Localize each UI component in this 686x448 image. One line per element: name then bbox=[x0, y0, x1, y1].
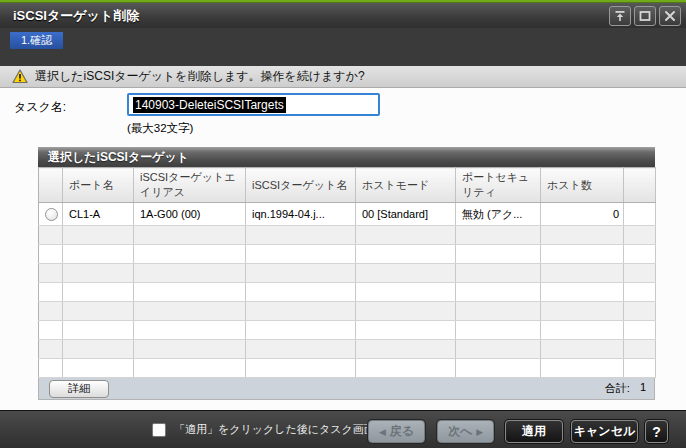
table-row: CL1-A 1A-G00 (00) iqn.1994-04.j... 00 [S… bbox=[39, 203, 656, 226]
back-button[interactable]: ◀ 戻る bbox=[368, 420, 425, 443]
title-bar: iSCSIターゲット削除 bbox=[0, 3, 686, 28]
maximize-button[interactable] bbox=[634, 6, 656, 26]
total: 合計: 1 bbox=[605, 381, 646, 396]
cell-host-count: 0 bbox=[541, 203, 624, 226]
empty-table-row bbox=[39, 226, 656, 245]
bottom-action-bar: 「適用」をクリックした後にタスク画面を表示 ◀ 戻る 次へ ▶ 適用 キャンセル… bbox=[0, 410, 686, 448]
cell-port-security: 無効 (アク... bbox=[456, 203, 541, 226]
header-cell-host-count: ホスト数 bbox=[541, 168, 624, 203]
back-button-label: 戻る bbox=[390, 423, 414, 440]
next-button[interactable]: 次へ ▶ bbox=[437, 420, 494, 443]
empty-table-row bbox=[39, 321, 656, 340]
row-select-cell bbox=[39, 203, 63, 226]
header-cell-select bbox=[39, 168, 63, 203]
collapse-icon bbox=[614, 10, 626, 22]
row-select-radio[interactable] bbox=[45, 208, 58, 221]
table-title: 選択したiSCSIターゲット bbox=[38, 147, 655, 167]
empty-table-row bbox=[39, 359, 656, 378]
delete-iscsi-target-dialog: iSCSIターゲット削除 bbox=[0, 0, 686, 448]
warning-bar: 選択したiSCSIターゲットを削除します。操作を続けますか? bbox=[0, 66, 686, 88]
apply-button[interactable]: 適用 bbox=[505, 420, 563, 443]
apply-button-label: 適用 bbox=[522, 423, 546, 440]
warning-icon bbox=[12, 69, 28, 84]
step-tab-bar: 1.確認 bbox=[0, 28, 686, 66]
cancel-button[interactable]: キャンセル bbox=[571, 420, 638, 443]
header-cell-port-security: ポートセキュリティ bbox=[456, 168, 541, 203]
header-cell-target-name: iSCSIターゲット名 bbox=[246, 168, 356, 203]
cell-target-name: iqn.1994-04.j... bbox=[246, 203, 356, 226]
next-arrow-icon: ▶ bbox=[476, 427, 483, 437]
show-task-screen-checkbox[interactable] bbox=[152, 423, 166, 437]
cancel-button-label: キャンセル bbox=[574, 423, 635, 440]
warning-message: 選択したiSCSIターゲットを削除します。操作を続けますか? bbox=[35, 68, 365, 85]
cell-alias: 1A-G00 (00) bbox=[134, 203, 246, 226]
task-name-value: 140903-DeleteiSCSITargets bbox=[133, 97, 286, 113]
back-arrow-icon: ◀ bbox=[379, 427, 386, 437]
empty-table-row bbox=[39, 283, 656, 302]
total-label: 合計: bbox=[605, 381, 630, 396]
tab-confirm[interactable]: 1.確認 bbox=[10, 32, 63, 49]
help-icon: ? bbox=[652, 424, 661, 440]
task-name-max-hint: (最大32文字) bbox=[127, 121, 193, 136]
empty-table-row bbox=[39, 340, 656, 359]
header-cell-alias: iSCSIターゲットエイリアス bbox=[134, 168, 246, 203]
selected-targets-table: ポート名 iSCSIターゲットエイリアス iSCSIターゲット名 ホストモード … bbox=[38, 167, 656, 378]
close-button[interactable] bbox=[659, 6, 681, 26]
cell-spacer bbox=[624, 203, 656, 226]
table-footer: 詳細 合計: 1 bbox=[38, 378, 655, 400]
page-title: iSCSIターゲット削除 bbox=[13, 3, 139, 28]
help-button[interactable]: ? bbox=[645, 420, 668, 443]
table-header-row: ポート名 iSCSIターゲットエイリアス iSCSIターゲット名 ホストモード … bbox=[39, 168, 656, 203]
header-cell-port: ポート名 bbox=[63, 168, 134, 203]
total-value: 1 bbox=[640, 381, 646, 396]
cell-host-mode: 00 [Standard] bbox=[356, 203, 456, 226]
task-name-input[interactable]: 140903-DeleteiSCSITargets bbox=[127, 93, 380, 116]
empty-table-row bbox=[39, 264, 656, 283]
empty-table-row bbox=[39, 302, 656, 321]
detail-button[interactable]: 詳細 bbox=[49, 380, 109, 398]
selected-targets-panel: 選択したiSCSIターゲット ポート名 iSCSIターゲットエイリアス iSCS… bbox=[38, 147, 655, 400]
header-cell-host-mode: ホストモード bbox=[356, 168, 456, 203]
header-cell-spacer bbox=[624, 168, 656, 203]
window-controls bbox=[609, 6, 681, 26]
empty-table-row bbox=[39, 245, 656, 264]
collapse-button[interactable] bbox=[609, 6, 631, 26]
next-button-label: 次へ bbox=[448, 423, 472, 440]
cell-port: CL1-A bbox=[63, 203, 134, 226]
task-name-label: タスク名: bbox=[14, 99, 66, 116]
maximize-icon bbox=[639, 10, 651, 22]
close-icon bbox=[664, 10, 676, 22]
